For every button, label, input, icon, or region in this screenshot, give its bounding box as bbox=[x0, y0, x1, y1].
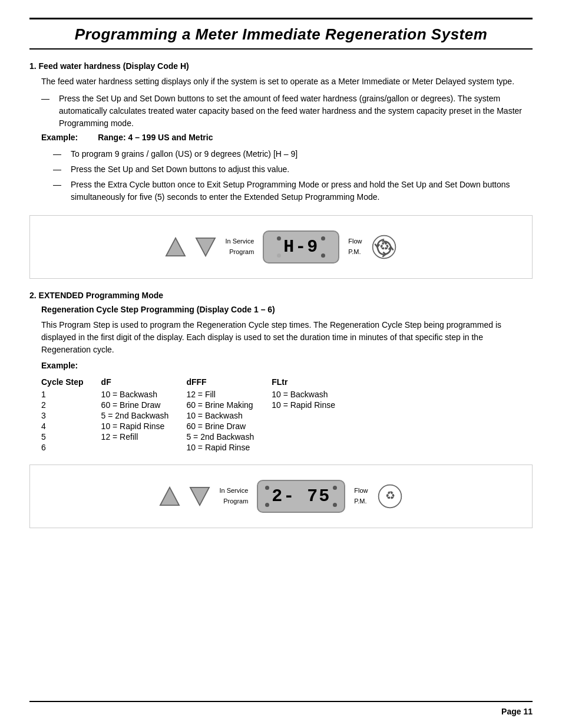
down-arrow-icon[interactable] bbox=[195, 237, 216, 257]
col-header-fltr: FLtr bbox=[272, 376, 353, 389]
lcd-text-2: 2- 75 bbox=[272, 486, 330, 506]
table-cell bbox=[272, 431, 353, 442]
section2-para1: This Program Step is used to program the… bbox=[41, 319, 533, 356]
lcd2-dot-bottom-left bbox=[265, 503, 269, 507]
flow-label: Flow bbox=[348, 236, 362, 247]
program-label-2: Program bbox=[219, 496, 248, 507]
pm-label-2: P.M. bbox=[354, 496, 368, 507]
table-row: 512 = Refill5 = 2nd Backwash bbox=[41, 431, 353, 442]
in-service-label-2: In Service bbox=[219, 486, 248, 496]
table-cell: 5 = 2nd Backwash bbox=[186, 431, 272, 442]
flow-pm-labels: Flow P.M. bbox=[348, 236, 362, 257]
table-cell: 12 = Refill bbox=[101, 431, 187, 442]
up-arrow-icon[interactable] bbox=[165, 237, 186, 257]
display-box-1: In Service Program H-9 Flow P.M. bbox=[29, 215, 533, 279]
section1-bullet3: Press the Set Up and Set Down buttons to… bbox=[53, 163, 533, 176]
section1-bullet4: Press the Extra Cycle button once to Exi… bbox=[53, 179, 533, 203]
title-underline bbox=[29, 48, 533, 50]
table-cell: 10 = Backwash bbox=[186, 410, 272, 421]
table-row: 410 = Rapid Rinse60 = Brine Draw bbox=[41, 421, 353, 431]
table-cell: 3 bbox=[41, 410, 101, 421]
table-cell: 10 = Rapid Rinse bbox=[272, 400, 353, 410]
table-cell bbox=[272, 421, 353, 431]
flow-pm-labels-2: Flow P.M. bbox=[354, 486, 368, 506]
table-cell: 12 = Fill bbox=[186, 389, 272, 400]
lcd2-dot-bottom-right bbox=[333, 503, 337, 507]
recycle-icon-2: ♻ bbox=[377, 483, 403, 509]
example1-label: Example: bbox=[41, 133, 78, 142]
footer: Page 11 bbox=[29, 701, 533, 716]
table-cell: 60 = Brine Making bbox=[186, 400, 272, 410]
down-arrow-icon-2[interactable] bbox=[189, 486, 210, 506]
svg-marker-4 bbox=[160, 487, 179, 505]
page-container: Programming a Meter Immediate Regenerati… bbox=[0, 0, 562, 728]
svg-text:♻: ♻ bbox=[379, 239, 389, 252]
section2-subheading: Regeneration Cycle Step Programming (Dis… bbox=[41, 305, 533, 314]
svg-marker-0 bbox=[166, 238, 185, 256]
in-service-label: In Service bbox=[225, 236, 254, 247]
lcd2-dot-top-right bbox=[333, 486, 337, 490]
svg-marker-1 bbox=[196, 238, 215, 256]
lcd-dot-top-right bbox=[321, 236, 325, 241]
table-cell: 10 = Rapid Rinse bbox=[101, 421, 187, 431]
pm-label: P.M. bbox=[348, 247, 362, 258]
table-cell: 60 = Brine Draw bbox=[101, 400, 187, 410]
table-cell: 5 = 2nd Backwash bbox=[101, 410, 187, 421]
table-row: 610 = Rapid Rinse bbox=[41, 442, 353, 453]
col-header-cycle: Cycle Step bbox=[41, 376, 101, 389]
in-service-program-labels: In Service Program bbox=[225, 236, 254, 257]
table-cell: 60 = Brine Draw bbox=[186, 421, 272, 431]
page-title: Programming a Meter Immediate Regenerati… bbox=[29, 25, 533, 44]
in-service-program-labels-2: In Service Program bbox=[219, 486, 248, 506]
table-cell: 6 bbox=[41, 442, 101, 453]
table-cell: 10 = Rapid Rinse bbox=[186, 442, 272, 453]
section1-bullet2: To program 9 grains / gallon (US) or 9 d… bbox=[53, 148, 533, 160]
table-cell bbox=[101, 442, 187, 453]
table-cell: 4 bbox=[41, 421, 101, 431]
section2-heading: 2. EXTENDED Programming Mode bbox=[29, 291, 533, 300]
lcd-text-1: H-9 bbox=[283, 237, 319, 257]
table-cell bbox=[272, 410, 353, 421]
table-row: 35 = 2nd Backwash10 = Backwash bbox=[41, 410, 353, 421]
svg-text:♻: ♻ bbox=[385, 489, 395, 502]
footer-line bbox=[29, 701, 533, 702]
up-arrow-icon-2[interactable] bbox=[159, 486, 180, 506]
col-header-dfff: dFFF bbox=[186, 376, 272, 389]
lcd-dot-top-left bbox=[277, 236, 281, 241]
example1-heading: Example: Range: 4 – 199 US and Metric bbox=[41, 133, 533, 142]
page-number: Page 11 bbox=[29, 707, 533, 716]
lcd2-dot-top-left bbox=[265, 486, 269, 490]
flow-label-2: Flow bbox=[354, 486, 368, 496]
table-cell: 1 bbox=[41, 389, 101, 400]
lcd-display-1: H-9 bbox=[263, 230, 339, 263]
section1-bullet1: Press the Set Up and Set Down buttons to… bbox=[41, 93, 533, 130]
col-header-df: dF bbox=[101, 376, 187, 389]
top-border bbox=[29, 18, 533, 19]
lcd-dot-bottom-left bbox=[277, 253, 281, 258]
program-label: Program bbox=[225, 247, 254, 258]
svg-marker-5 bbox=[190, 487, 209, 505]
section2: 2. EXTENDED Programming Mode Regeneratio… bbox=[29, 291, 533, 528]
table-cell: 10 = Backwash bbox=[101, 389, 187, 400]
section1-heading: 1. Feed water hardness (Display Code H) bbox=[29, 61, 533, 71]
table-cell: 5 bbox=[41, 431, 101, 442]
display-box-2: In Service Program 2- 75 Flow P.M. bbox=[29, 465, 533, 528]
table-row: 110 = Backwash12 = Fill10 = Backwash bbox=[41, 389, 353, 400]
table-cell bbox=[272, 442, 353, 453]
section1-para1: The feed water hardness setting displays… bbox=[41, 75, 533, 88]
example-table: Cycle Step dF dFFF FLtr 110 = Backwash12… bbox=[41, 376, 533, 453]
example2-label: Example: bbox=[41, 361, 533, 370]
table-cell: 2 bbox=[41, 400, 101, 410]
table-cell: 10 = Backwash bbox=[272, 389, 353, 400]
example1-range: Range: 4 – 199 US and Metric bbox=[98, 133, 213, 142]
table-row: 260 = Brine Draw60 = Brine Making10 = Ra… bbox=[41, 400, 353, 410]
lcd-display-2: 2- 75 bbox=[257, 480, 345, 513]
recycle-icon: ♻ bbox=[371, 234, 397, 260]
lcd-dot-bottom-right bbox=[321, 253, 325, 258]
